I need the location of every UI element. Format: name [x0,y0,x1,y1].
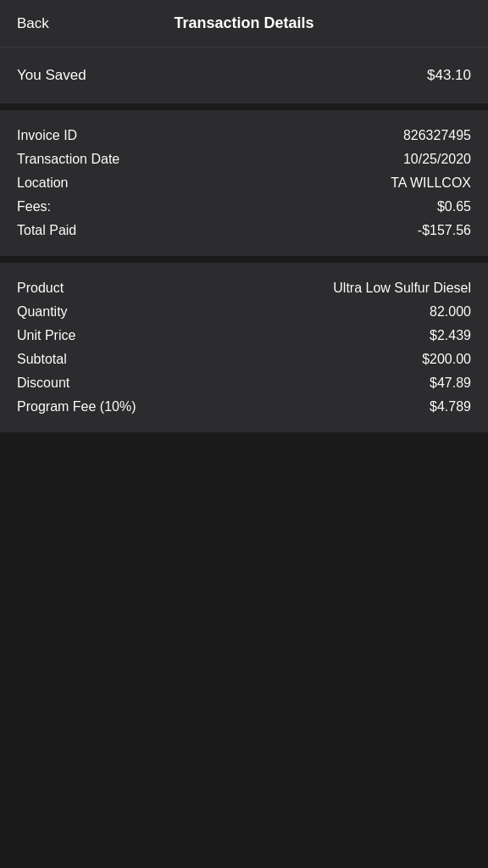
table-row: LocationTA WILLCOX [17,171,471,195]
row-label: Discount [17,376,69,391]
table-row: ProductUltra Low Sulfur Diesel [17,276,471,300]
page-title: Transaction Details [174,14,313,32]
row-value: TA WILLCOX [391,175,471,191]
row-label: Subtotal [17,352,67,367]
table-row: Transaction Date10/25/2020 [17,147,471,171]
row-label: Invoice ID [17,128,77,143]
row-value: $0.65 [437,199,471,214]
row-label: Quantity [17,304,68,320]
saved-section: You Saved $43.10 [0,47,488,103]
row-label: Program Fee (10%) [17,399,136,415]
row-value: $2.439 [430,328,471,343]
row-label: Total Paid [17,223,76,238]
row-value: -$157.56 [418,223,471,238]
table-row: Discount$47.89 [17,371,471,395]
back-button[interactable]: Back [17,15,49,32]
table-row: Invoice ID826327495 [17,124,471,147]
transaction-details-section: Invoice ID826327495Transaction Date10/25… [0,110,488,256]
row-value: 82.000 [430,304,471,320]
row-value: Ultra Low Sulfur Diesel [333,281,471,296]
row-label: Unit Price [17,328,75,343]
table-row: Subtotal$200.00 [17,348,471,371]
header: Back Transaction Details [0,0,488,47]
table-row: Quantity82.000 [17,300,471,324]
bottom-fill [0,432,488,856]
row-value: $4.789 [430,399,471,415]
row-value: 10/25/2020 [403,152,471,167]
table-row: Unit Price$2.439 [17,324,471,348]
saved-value: $43.10 [427,67,471,84]
row-value: $47.89 [430,376,471,391]
product-details-section: ProductUltra Low Sulfur DieselQuantity82… [0,263,488,432]
row-label: Product [17,281,64,296]
table-row: Total Paid-$157.56 [17,219,471,242]
table-row: Fees:$0.65 [17,195,471,219]
row-value: $200.00 [422,352,471,367]
table-row: Program Fee (10%)$4.789 [17,395,471,419]
row-label: Transaction Date [17,152,119,167]
row-value: 826327495 [403,128,471,143]
row-label: Fees: [17,199,51,214]
row-label: Location [17,175,69,191]
saved-label: You Saved [17,67,86,84]
